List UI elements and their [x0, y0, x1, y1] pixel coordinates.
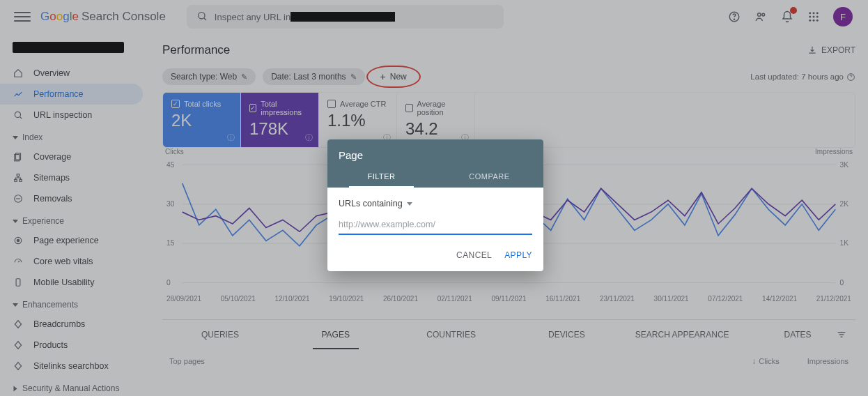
cancel-button[interactable]: CANCEL	[456, 250, 492, 260]
apply-button[interactable]: APPLY	[504, 250, 532, 260]
chevron-down-icon	[407, 202, 412, 206]
select-label: URLs containing	[339, 199, 403, 208]
modal-tab-filter[interactable]: FILTER	[327, 165, 435, 188]
page-filter-modal: Page FILTERCOMPARE URLs containing CANCE…	[327, 139, 543, 271]
modal-tab-compare[interactable]: COMPARE	[435, 165, 543, 188]
url-input[interactable]	[339, 215, 532, 235]
modal-title: Page	[327, 139, 543, 165]
url-match-select[interactable]: URLs containing	[339, 197, 532, 215]
